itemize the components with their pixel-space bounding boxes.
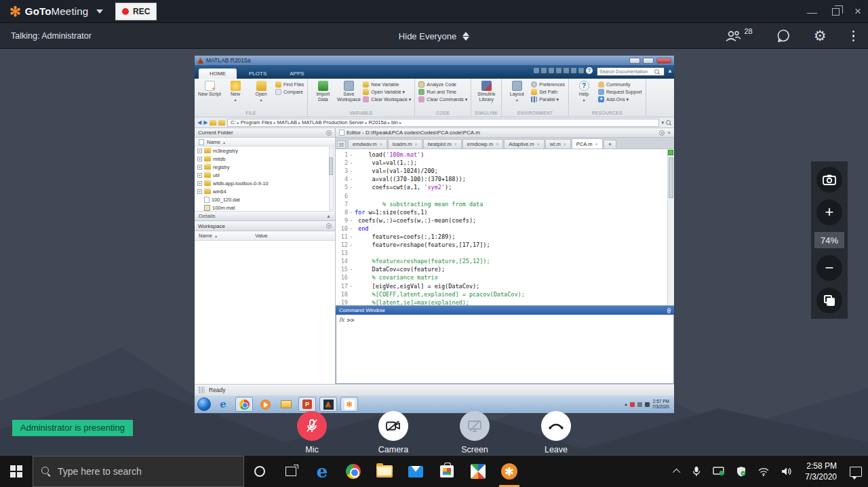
editor-scrollbar[interactable] xyxy=(667,149,674,305)
edge-button[interactable]: e xyxy=(307,456,338,487)
ribbon-button-open-variable[interactable]: Open Variable ▾ xyxy=(363,89,411,95)
breadcrumb-segment[interactable]: bin xyxy=(391,119,398,125)
code-line[interactable]: 3- val=(val-1024)/200; xyxy=(336,167,667,175)
breadcrumb-dropdown-icon[interactable]: ▾ xyxy=(661,120,664,125)
chrome-button[interactable] xyxy=(338,456,369,487)
back-icon[interactable]: ◀ xyxy=(197,119,201,125)
ribbon-button-clear-workspace[interactable]: Clear Workspace ▾ xyxy=(363,96,411,102)
tray-expand-button[interactable] xyxy=(669,456,686,487)
doc-search-input[interactable] xyxy=(597,69,654,74)
editor-tab-wt-m[interactable]: wt.m× xyxy=(545,139,571,149)
ribbon-button-new-variable[interactable]: New Variable xyxy=(363,81,411,87)
taskbar-clock[interactable]: 2:58 PM 7/3/2020 xyxy=(798,461,844,482)
editor-tab-emdlowp-m[interactable]: emdlowp.m× xyxy=(462,139,503,149)
breadcrumb-segment[interactable]: C: xyxy=(231,119,236,125)
shared-ie-button[interactable]: e xyxy=(214,397,232,412)
mail-button[interactable] xyxy=(400,456,431,487)
tab-close-icon[interactable]: × xyxy=(537,142,540,147)
tab-close-icon[interactable]: × xyxy=(595,142,598,147)
snapshot-button[interactable] xyxy=(816,167,842,193)
code-line[interactable]: 7 % substracting mean from data xyxy=(336,200,667,208)
ribbon-button-parallel[interactable]: Parallel ▾ xyxy=(531,96,565,102)
action-center-button[interactable] xyxy=(844,456,868,487)
ribbon-button-compare[interactable]: Compare xyxy=(275,89,304,95)
code-line[interactable]: 1- load('100m.mat') xyxy=(336,151,667,159)
tree-scrollbar[interactable] xyxy=(329,147,334,210)
task-view-button[interactable] xyxy=(275,456,307,487)
ribbon-button-help[interactable]: Help▾ xyxy=(572,81,595,102)
shared-system-tray[interactable]: ▴ 2:57 PM 7/3/2020 xyxy=(625,399,671,410)
code-line[interactable]: 2- val=val(1,:); xyxy=(336,159,667,167)
tray-network-button[interactable] xyxy=(752,456,775,487)
editor-tab-loadm-m[interactable]: loadm.m× xyxy=(388,139,422,149)
more-menu-button[interactable] xyxy=(850,29,858,43)
editor-close-icon[interactable]: × xyxy=(667,130,671,136)
ribbon-button-layout[interactable]: Layout▾ xyxy=(505,81,528,102)
expander-icon[interactable]: + xyxy=(197,181,202,186)
tree-item-util[interactable]: +util xyxy=(195,171,335,179)
shared-start-button[interactable] xyxy=(197,397,211,411)
ribbon-button-add-ons[interactable]: Add-Ons ▾ xyxy=(598,96,642,102)
code-editor[interactable]: 1- load('100m.mat')2- val=val(1,:);3- va… xyxy=(336,149,674,305)
pdf-app-button[interactable] xyxy=(462,456,494,487)
tab-close-icon[interactable]: × xyxy=(454,142,457,147)
ribbon-button-simulink-library[interactable]: Simulink Library xyxy=(475,81,498,102)
workspace-header[interactable]: Workspace ▾ xyxy=(195,221,335,231)
cortana-button[interactable] xyxy=(244,456,275,487)
editor-tab-emdwav-m[interactable]: emdwav.m× xyxy=(348,139,387,149)
doc-search-box[interactable] xyxy=(597,67,665,76)
ribbon-button-import-data[interactable]: Import Data xyxy=(311,81,334,102)
code-line[interactable]: 6 xyxy=(336,191,667,199)
forward-icon[interactable]: ▶ xyxy=(203,119,208,125)
camera-button[interactable] xyxy=(378,411,408,441)
statusbar-grip-icon[interactable] xyxy=(199,387,205,393)
expander-icon[interactable]: + xyxy=(197,165,202,170)
code-line[interactable]: 4- a=val((370-100):(370+188)); xyxy=(336,175,667,183)
view-mode-button[interactable] xyxy=(816,288,842,313)
folder-search-icon[interactable] xyxy=(666,120,671,125)
up-folder-icon[interactable] xyxy=(210,120,216,125)
brand-caret-icon[interactable] xyxy=(96,9,103,14)
ribbon-button-clear-commands[interactable]: Clear Commands ▾ xyxy=(418,96,467,102)
code-line[interactable]: 10- end xyxy=(336,225,667,233)
chat-button[interactable] xyxy=(776,28,791,43)
tray-mic-button[interactable] xyxy=(686,456,707,487)
zoom-out-button[interactable]: − xyxy=(816,255,842,281)
leave-button[interactable] xyxy=(541,411,571,441)
current-folder-menu-icon[interactable]: ▾ xyxy=(326,130,332,136)
start-button[interactable] xyxy=(0,456,33,487)
editor-tab-actions-icon[interactable] xyxy=(337,140,346,149)
participants-button[interactable]: 28 xyxy=(724,29,752,43)
ribbon-collapse-icon[interactable]: ▲ xyxy=(667,68,673,74)
breadcrumb-segment[interactable]: MATLAB Production Server xyxy=(302,119,364,125)
ribbon-button-open[interactable]: Open▾ xyxy=(250,81,273,102)
expander-icon[interactable]: + xyxy=(197,149,202,153)
editor-tab-adaptive-m[interactable]: Adaptive.m× xyxy=(504,139,545,149)
zoom-in-button[interactable]: + xyxy=(816,199,842,225)
tab-close-icon[interactable]: × xyxy=(415,142,418,147)
tree-item-m3iregistry[interactable]: +m3iregistry xyxy=(195,147,335,155)
mic-button[interactable] xyxy=(297,411,327,441)
minimize-button[interactable]: — xyxy=(807,6,817,18)
ribbon-button-save-workspace[interactable]: Save Workspace xyxy=(337,81,360,102)
ribbon-button-new-script[interactable]: New Script xyxy=(198,81,221,97)
leave-control[interactable]: Leave xyxy=(528,411,584,454)
matlab-restore-button[interactable] xyxy=(643,58,654,64)
code-line[interactable]: 5- coefs=cwt(a,1, 'sym2'); xyxy=(336,183,667,191)
ribbon-button-analyze-code[interactable]: Analyze Code xyxy=(418,81,467,87)
mic-control[interactable]: Mic xyxy=(284,411,340,454)
ribbon-tab-home[interactable]: HOME xyxy=(199,69,237,79)
breadcrumb-segment[interactable]: R2015a xyxy=(369,119,387,125)
details-bar[interactable]: Details ▲ xyxy=(195,212,335,221)
settings-button[interactable]: ⚙ xyxy=(814,29,827,43)
shared-wmp-button[interactable] xyxy=(256,397,274,412)
code-line[interactable]: 11- features=coefs(:,1:289); xyxy=(336,233,667,241)
command-window-menu-icon[interactable]: ▾ xyxy=(667,308,671,313)
editor-tab-beatplot-m[interactable]: beatplot.m× xyxy=(423,139,462,149)
ribbon-button-community[interactable]: Community xyxy=(598,81,642,87)
code-line[interactable]: 15- DataCov=cov(feature); xyxy=(336,265,667,273)
code-line[interactable]: 8-for w=1:size(coefs,1) xyxy=(336,208,667,216)
ribbon-button-find-files[interactable]: Find Files xyxy=(275,81,304,87)
matlab-close-button[interactable] xyxy=(656,58,671,64)
current-folder-name-header[interactable]: Name ▴ xyxy=(195,138,335,147)
